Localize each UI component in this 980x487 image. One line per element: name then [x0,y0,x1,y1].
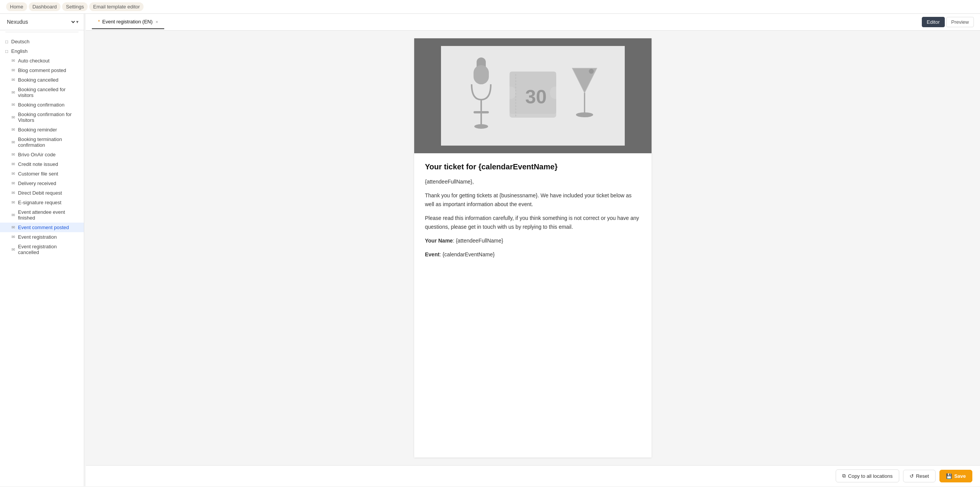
email-icon: ✉ [11,190,15,195]
tab-modified-indicator: * [98,19,100,25]
email-label: Event comment posted [18,225,69,230]
email-label: Direct Debit request [18,190,62,196]
email-icon: ✉ [11,58,15,63]
view-toggle: Editor Preview [922,17,974,27]
email-label: Auto checkout [18,58,49,64]
copy-to-all-locations-button[interactable]: ⧉ Copy to all locations [836,469,899,482]
email-icon: ✉ [11,213,15,218]
sidebar-item-credit-note-issued[interactable]: ✉ Credit note issued [0,159,84,169]
sidebar-item-event-comment-posted[interactable]: ✉ Event comment posted [0,223,84,232]
folder-icon-deutsch: □ [5,39,8,44]
email-preview: 30 Your ticket for {cal [414,38,652,457]
copy-label: Copy to all locations [848,473,892,479]
chevron-down-icon: ▾ [76,19,78,25]
sidebar-item-event-registration[interactable]: ✉ Event registration [0,232,84,242]
sidebar-item-booking-cancelled[interactable]: ✉ Booking cancelled [0,75,84,85]
email-icon: ✉ [11,68,15,73]
sidebar-item-event-registration-cancelled[interactable]: ✉ Event registration cancelled [0,242,84,257]
save-button[interactable]: 💾 Save [939,470,972,482]
email-label: Delivery received [18,180,56,186]
field-event-label: Event [425,251,439,257]
email-header-image: 30 [414,38,652,153]
field-event-value: {calendarEventName} [443,251,495,257]
email-label: Credit note issued [18,161,58,167]
copy-icon: ⧉ [842,473,846,479]
email-icon: ✉ [11,115,15,120]
sidebar-item-customer-file-sent[interactable]: ✉ Customer file sent [0,169,84,179]
email-icon: ✉ [11,200,15,205]
email-icon: ✉ [11,247,15,252]
reset-icon: ↺ [910,473,914,479]
preview-view-button[interactable]: Preview [946,17,974,27]
nav-home[interactable]: Home [6,2,27,11]
cocktail-icon [569,65,600,126]
svg-text:30: 30 [525,86,547,108]
sidebar-item-e-signature[interactable]: ✉ E-signature request [0,198,84,207]
email-icon: ✉ [11,77,15,82]
email-icon: ✉ [11,181,15,186]
folder-english[interactable]: □ English [0,46,84,56]
field-name-value: {attendeeFullName} [456,238,503,244]
email-icon: ✉ [11,102,15,107]
sidebar-item-brivo-onair[interactable]: ✉ Brivo OnAir code [0,150,84,159]
location-dropdown[interactable]: Nexudus [5,18,76,25]
sidebar-item-blog-comment-posted[interactable]: ✉ Blog comment posted [0,66,84,75]
nav-email-template-editor[interactable]: Email template editor [89,2,144,11]
email-header-inner: 30 [441,46,625,146]
tab-event-registration[interactable]: * Event registration (EN) × [92,15,164,29]
email-label: Booking confirmation [18,102,64,108]
email-icon: ✉ [11,127,15,132]
folder-label-english: English [11,48,28,54]
folder-label-deutsch: Deutsch [11,39,29,44]
email-label: E-signature request [18,200,61,205]
sidebar-item-booking-confirmation-visitors[interactable]: ✉ Booking confirmation for Visitors [0,110,84,125]
email-icon: ✉ [11,152,15,157]
email-label: Brivo OnAir code [18,152,56,157]
svg-rect-3 [474,111,489,113]
email-label: Booking reminder [18,127,57,133]
email-icon: ✉ [11,234,15,239]
email-label: Booking confirmation for Visitors [18,112,78,123]
tabs-left: * Event registration (EN) × [92,15,164,29]
email-title: Your ticket for {calendarEventName} [425,162,641,171]
email-greeting: {attendeeFullName}, [425,177,641,186]
editor-area: 30 Your ticket for {cal [86,31,980,465]
email-icon: ✉ [11,171,15,176]
nav-settings[interactable]: Settings [62,2,88,11]
email-paragraph2: Please read this information carefully, … [425,214,641,231]
email-label: Event registration cancelled [18,244,78,255]
sidebar-scroll: □ Deutsch □ English ✉ Auto checkout ✉ Bl… [0,34,84,486]
email-field-name: Your Name: {attendeeFullName} [425,236,641,245]
editor-view-button[interactable]: Editor [922,17,945,27]
nav-dashboard[interactable]: Dashboard [29,2,61,11]
sidebar-item-booking-termination[interactable]: ✉ Booking termination confirmation [0,134,84,150]
sidebar-item-direct-debit[interactable]: ✉ Direct Debit request [0,188,84,198]
email-label: Customer file sent [18,171,58,177]
tab-close-button[interactable]: × [156,20,158,24]
email-icon: ✉ [11,162,15,167]
sidebar-item-event-attendee-finished[interactable]: ✉ Event attendee event finished [0,207,84,223]
email-label: Event attendee event finished [18,209,78,221]
sidebar-item-delivery-received[interactable]: ✉ Delivery received [0,179,84,188]
sidebar-item-booking-confirmation[interactable]: ✉ Booking confirmation [0,100,84,110]
email-label: Booking cancelled [18,77,59,83]
tab-bar: * Event registration (EN) × Editor Previ… [86,14,980,31]
email-label: Blog comment posted [18,67,66,73]
sidebar-item-booking-reminder[interactable]: ✉ Booking reminder [0,125,84,134]
tab-label: Event registration (EN) [102,19,153,25]
email-icon: ✉ [11,225,15,230]
email-icon: ✉ [11,90,15,95]
sidebar-item-booking-cancelled-visitors[interactable]: ✉ Booking cancelled for visitors [0,85,84,100]
save-icon: 💾 [946,473,952,479]
reset-button[interactable]: ↺ Reset [903,470,936,482]
reset-label: Reset [916,473,929,479]
sidebar-item-auto-checkout[interactable]: ✉ Auto checkout [0,56,84,66]
microphone-icon [466,57,497,134]
folder-deutsch[interactable]: □ Deutsch [0,37,84,46]
ticket-icon: 30 [508,68,558,124]
folder-icon-english: □ [5,49,8,54]
svg-point-12 [576,112,593,117]
email-paragraph1: Thank you for getting tickets at {busine… [425,191,641,208]
save-label: Save [954,473,966,479]
field-name-label: Your Name [425,238,453,244]
